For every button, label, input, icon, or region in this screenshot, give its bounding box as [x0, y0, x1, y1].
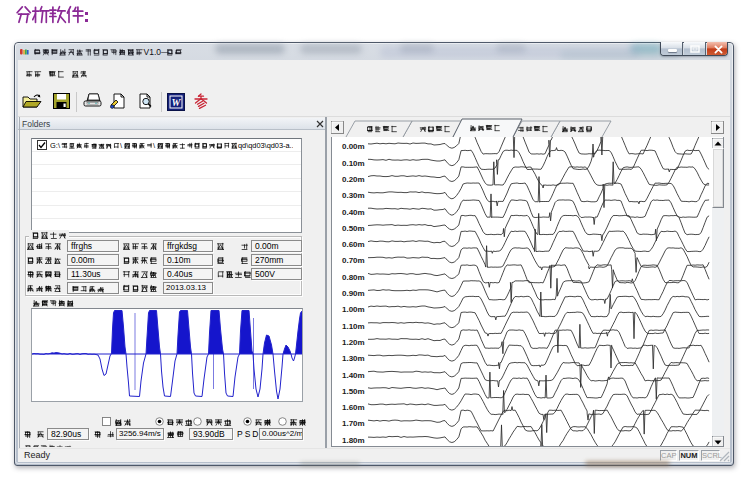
svg-text:G:\: G:\: [50, 141, 61, 150]
svg-text:V1.0—: V1.0—: [144, 47, 170, 57]
svg-text:\: \: [120, 141, 123, 150]
svg-text:qd\qd03\qd03-a...: qd\qd03\qd03-a...: [238, 141, 293, 150]
svg-text:\: \: [153, 141, 156, 150]
svg-text:W: W: [172, 97, 182, 108]
